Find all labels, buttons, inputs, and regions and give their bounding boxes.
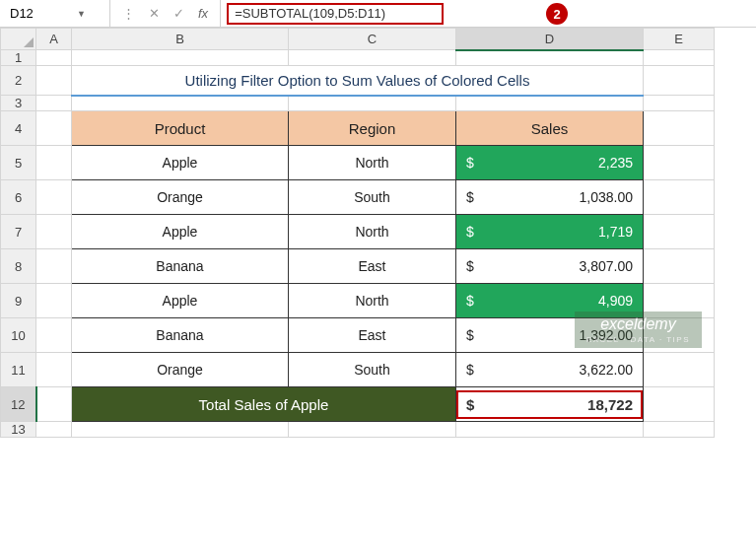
- row-header-1[interactable]: 1: [1, 50, 36, 66]
- cell[interactable]: [36, 96, 72, 111]
- callout-badge-2: 2: [546, 3, 568, 25]
- cell[interactable]: [644, 66, 715, 96]
- cell-sales[interactable]: $1,392.00: [456, 318, 644, 353]
- cell[interactable]: [36, 353, 72, 387]
- cell[interactable]: [644, 215, 715, 249]
- row-header-5[interactable]: 5: [1, 146, 36, 180]
- cell-region[interactable]: North: [289, 215, 456, 249]
- cell-region[interactable]: South: [289, 180, 456, 215]
- check-icon[interactable]: ✓: [173, 6, 184, 21]
- row-header-2[interactable]: 2: [1, 66, 36, 96]
- grid[interactable]: A B C D E 1 2 Utilizing Filter Option to…: [0, 28, 715, 438]
- cell-sales[interactable]: $4,909: [456, 284, 644, 318]
- cell[interactable]: [644, 146, 715, 180]
- formula-bar: ▼ ⋮ ✕ ✓ fx =SUBTOTAL(109,D5:D11) 2: [0, 0, 756, 28]
- column-header-a[interactable]: A: [36, 29, 72, 50]
- currency: $: [466, 224, 474, 240]
- cell-region[interactable]: North: [289, 146, 456, 180]
- cell-product[interactable]: Orange: [72, 353, 289, 387]
- cell[interactable]: [36, 249, 72, 284]
- cell[interactable]: [36, 318, 72, 353]
- row-header-8[interactable]: 8: [1, 249, 36, 284]
- cell[interactable]: [36, 387, 72, 422]
- formula-separator-icon: ⋮: [122, 6, 135, 21]
- row-header-13[interactable]: 13: [1, 422, 36, 438]
- cell[interactable]: [72, 422, 289, 438]
- cell[interactable]: [36, 215, 72, 249]
- column-header-e[interactable]: E: [644, 29, 715, 50]
- name-box[interactable]: ▼: [0, 0, 110, 27]
- cell[interactable]: [456, 96, 644, 111]
- cell[interactable]: [644, 318, 715, 353]
- row-header-11[interactable]: 11: [1, 353, 36, 387]
- spreadsheet: A B C D E 1 2 Utilizing Filter Option to…: [0, 28, 756, 438]
- cancel-icon[interactable]: ✕: [149, 6, 160, 21]
- cell-product[interactable]: Banana: [72, 318, 289, 353]
- cell-sales[interactable]: $3,807.00: [456, 249, 644, 284]
- header-product[interactable]: Product: [72, 111, 289, 146]
- cell[interactable]: [36, 180, 72, 215]
- total-label[interactable]: Total Sales of Apple: [72, 387, 456, 422]
- cell[interactable]: [644, 284, 715, 318]
- cell[interactable]: [289, 96, 456, 111]
- cell-sales[interactable]: $3,622.00: [456, 353, 644, 387]
- cell[interactable]: [36, 284, 72, 318]
- select-all-corner[interactable]: [1, 29, 36, 50]
- cell-product[interactable]: Banana: [72, 249, 289, 284]
- cell[interactable]: [36, 422, 72, 438]
- cell[interactable]: [36, 146, 72, 180]
- cell-region[interactable]: East: [289, 318, 456, 353]
- cell[interactable]: [289, 422, 456, 438]
- row-header-7[interactable]: 7: [1, 215, 36, 249]
- currency: $: [466, 327, 474, 343]
- cell[interactable]: [644, 96, 715, 111]
- cell[interactable]: [36, 66, 72, 96]
- cell[interactable]: [644, 387, 715, 422]
- name-box-input[interactable]: [8, 5, 77, 22]
- currency: $: [466, 258, 474, 274]
- cell-product[interactable]: Apple: [72, 146, 289, 180]
- row-header-4[interactable]: 4: [1, 111, 36, 146]
- column-header-b[interactable]: B: [72, 29, 289, 50]
- currency: $: [466, 189, 474, 205]
- header-region[interactable]: Region: [289, 111, 456, 146]
- total-value-cell[interactable]: $18,722: [456, 387, 644, 422]
- fx-icon[interactable]: fx: [198, 6, 208, 21]
- row-header-10[interactable]: 10: [1, 318, 36, 353]
- title-cell[interactable]: Utilizing Filter Option to Sum Values of…: [72, 66, 644, 96]
- row-header-3[interactable]: 3: [1, 96, 36, 111]
- currency: $: [466, 396, 474, 413]
- cell[interactable]: [289, 50, 456, 66]
- cell[interactable]: [644, 111, 715, 146]
- cell[interactable]: [36, 50, 72, 66]
- cell[interactable]: [72, 96, 289, 111]
- cell[interactable]: [644, 50, 715, 66]
- cell[interactable]: [644, 353, 715, 387]
- row-header-12[interactable]: 12: [1, 387, 36, 422]
- cell[interactable]: [72, 50, 289, 66]
- header-sales[interactable]: Sales: [456, 111, 644, 146]
- cell-sales[interactable]: $1,719: [456, 215, 644, 249]
- row-header-9[interactable]: 9: [1, 284, 36, 318]
- cell[interactable]: [456, 50, 644, 66]
- chevron-down-icon[interactable]: ▼: [77, 9, 86, 19]
- cell[interactable]: [644, 249, 715, 284]
- cell-region[interactable]: North: [289, 284, 456, 318]
- cell-product[interactable]: Orange: [72, 180, 289, 215]
- formula-input[interactable]: =SUBTOTAL(109,D5:D11): [227, 3, 444, 25]
- cell[interactable]: [644, 180, 715, 215]
- cell[interactable]: [456, 422, 644, 438]
- row-header-6[interactable]: 6: [1, 180, 36, 215]
- column-header-c[interactable]: C: [289, 29, 456, 50]
- cell-region[interactable]: South: [289, 353, 456, 387]
- cell-sales[interactable]: $2,235: [456, 146, 644, 180]
- cell-region[interactable]: East: [289, 249, 456, 284]
- cell-sales[interactable]: $1,038.00: [456, 180, 644, 215]
- cell[interactable]: [644, 422, 715, 438]
- column-header-d[interactable]: D: [456, 29, 644, 50]
- cell-product[interactable]: Apple: [72, 215, 289, 249]
- currency: $: [466, 155, 474, 171]
- cell[interactable]: [36, 111, 72, 146]
- amount: 1,038.00: [580, 189, 634, 205]
- cell-product[interactable]: Apple: [72, 284, 289, 318]
